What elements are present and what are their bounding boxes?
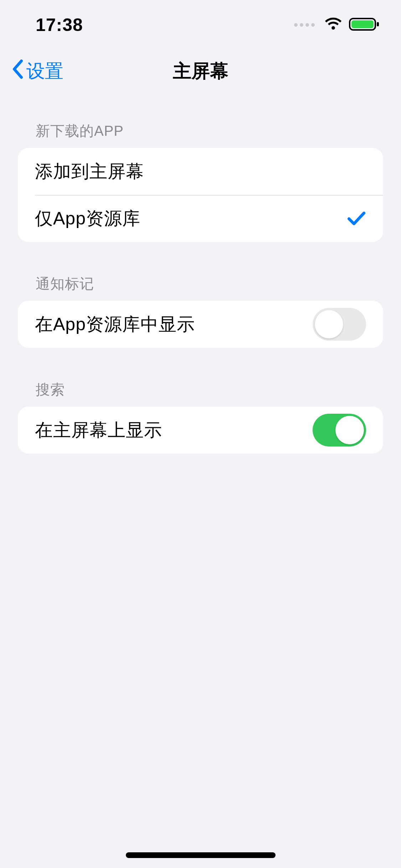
nav-bar: 设置 主屏幕: [0, 50, 401, 93]
search-card: 在主屏幕上显示: [18, 407, 383, 454]
battery-icon: [349, 17, 380, 33]
back-button[interactable]: 设置: [11, 59, 63, 84]
svg-rect-1: [351, 20, 374, 28]
row-show-search-on-home: 在主屏幕上显示: [18, 407, 383, 454]
new-apps-card: 添加到主屏幕 仅App资源库: [18, 148, 383, 242]
chevron-left-icon: [11, 59, 24, 84]
svg-rect-2: [377, 22, 379, 26]
section-header-new-apps: 新下载的APP: [0, 114, 401, 148]
content: 新下载的APP 添加到主屏幕 仅App资源库 通知标记 在App资源库中显示 搜…: [0, 93, 401, 454]
option-app-library-only[interactable]: 仅App资源库: [18, 195, 383, 242]
section-header-badges: 通知标记: [0, 267, 401, 301]
home-indicator[interactable]: [126, 852, 276, 858]
back-label: 设置: [26, 59, 63, 84]
status-bar: 17:38: [0, 0, 401, 50]
status-right: [294, 17, 380, 33]
row-label: 在主屏幕上显示: [35, 418, 162, 442]
checkmark-icon: [347, 210, 366, 227]
option-label: 添加到主屏幕: [35, 160, 144, 184]
section-header-search: 搜索: [0, 373, 401, 407]
option-add-to-home[interactable]: 添加到主屏幕: [18, 148, 383, 195]
status-time: 17:38: [36, 15, 83, 35]
option-label: 仅App资源库: [35, 207, 140, 231]
cellular-dots-icon: [294, 23, 315, 27]
row-show-badges-in-library: 在App资源库中显示: [18, 301, 383, 348]
wifi-icon: [324, 17, 343, 32]
switch-search-on-home[interactable]: [313, 414, 366, 446]
badges-card: 在App资源库中显示: [18, 301, 383, 348]
row-label: 在App资源库中显示: [35, 312, 195, 336]
switch-badges-in-library[interactable]: [313, 308, 366, 341]
